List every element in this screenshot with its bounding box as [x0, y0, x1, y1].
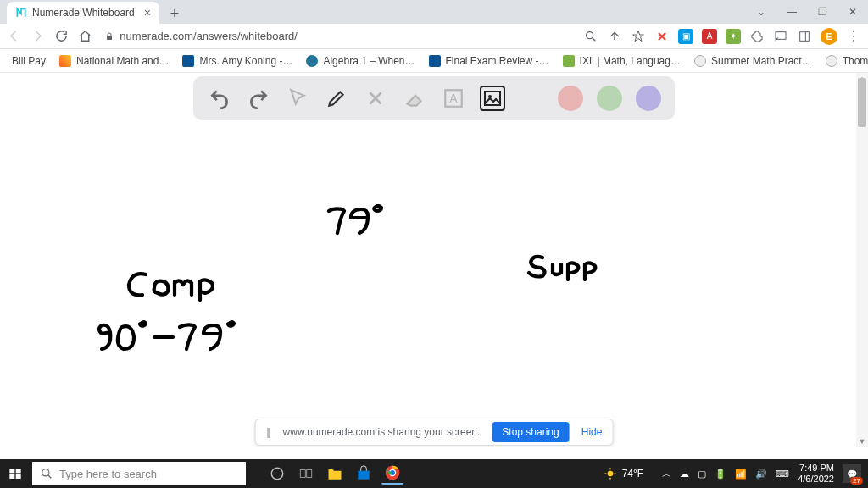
screen-share-bar: ‖ www.numerade.com is sharing your scree… — [255, 419, 614, 446]
window-controls: ⌄ — ❐ ✕ — [746, 0, 868, 24]
volume-icon[interactable]: 🔊 — [755, 469, 767, 480]
extension-icon[interactable]: ▣ — [678, 29, 693, 44]
svg-rect-16 — [307, 470, 312, 478]
svg-rect-11 — [9, 474, 14, 479]
zoom-icon[interactable] — [583, 29, 598, 44]
numerade-favicon-icon — [15, 7, 27, 19]
extension-icon[interactable]: ✦ — [726, 29, 741, 44]
start-button[interactable] — [0, 459, 31, 488]
svg-rect-0 — [107, 36, 112, 40]
taskbar-search[interactable]: Type here to search — [32, 462, 246, 485]
scroll-thumb[interactable] — [858, 78, 866, 127]
menu-icon[interactable]: ⋮ — [846, 29, 861, 44]
svg-rect-17 — [358, 471, 369, 480]
svg-rect-15 — [300, 470, 305, 478]
weather-widget[interactable]: 74°F — [604, 467, 643, 480]
ink-equation — [95, 319, 239, 358]
bookmark-item[interactable]: National Math and… — [59, 55, 169, 67]
bookmark-favicon-icon — [59, 55, 71, 67]
task-view-icon[interactable] — [295, 463, 317, 485]
extension-icon[interactable]: A — [702, 29, 717, 44]
bookmark-item[interactable]: IXL | Math, Languag… — [563, 55, 681, 67]
bookmark-item[interactable]: Bill Pay — [12, 55, 46, 67]
share-text: www.numerade.com is sharing your screen. — [283, 426, 481, 438]
tab-title: Numerade Whiteboard — [32, 7, 135, 19]
caret-down-icon[interactable]: ⌄ — [746, 0, 776, 24]
bookmark-favicon-icon — [563, 55, 575, 67]
maximize-icon[interactable]: ❐ — [807, 0, 837, 24]
notification-badge: 27 — [850, 477, 863, 485]
home-icon[interactable] — [77, 29, 92, 44]
browser-tab[interactable]: Numerade Whiteboard × — [7, 2, 159, 24]
language-icon[interactable]: ⌨ — [776, 469, 789, 480]
ink-label-supp — [524, 252, 609, 281]
battery-icon[interactable]: 🔋 — [715, 469, 726, 480]
sidepanel-icon[interactable] — [797, 29, 812, 44]
svg-rect-3 — [800, 31, 810, 41]
pause-icon: ‖ — [266, 426, 271, 438]
bookmark-favicon-icon — [826, 55, 837, 67]
star-icon[interactable] — [631, 29, 646, 44]
search-placeholder: Type here to search — [59, 468, 157, 480]
bookmark-favicon-icon — [182, 55, 194, 67]
minimize-icon[interactable]: — — [776, 0, 807, 24]
bookmark-favicon-icon — [694, 55, 706, 67]
new-tab-button[interactable]: + — [164, 3, 185, 24]
chrome-icon[interactable] — [381, 463, 403, 485]
svg-point-21 — [607, 471, 613, 477]
extensions-icon[interactable] — [749, 29, 765, 44]
bookmarks-bar: Bill Pay National Math and… Mrs. Amy Kon… — [0, 49, 868, 73]
profile-avatar[interactable]: E — [821, 28, 837, 45]
bookmark-item[interactable]: Final Exam Review -… — [429, 55, 549, 67]
system-tray: 74°F ︿ ☁ ▢ 🔋 📶 🔊 ⌨ 7:49 PM 4/6/2022 💬27 — [604, 463, 868, 484]
url-field[interactable]: numerade.com/answers/whiteboard/ — [104, 30, 575, 42]
vertical-scrollbar[interactable]: ▲ ▼ — [856, 73, 868, 447]
forward-icon[interactable] — [31, 29, 46, 44]
stop-sharing-button[interactable]: Stop sharing — [492, 422, 569, 442]
share-icon[interactable] — [607, 29, 622, 44]
action-center-icon[interactable]: 💬27 — [843, 464, 861, 483]
sun-icon — [604, 467, 617, 480]
cortana-icon[interactable] — [266, 463, 288, 485]
bookmark-favicon-icon — [429, 55, 441, 67]
lock-icon — [104, 31, 114, 42]
store-icon[interactable] — [353, 463, 375, 485]
taskbar-pinned — [266, 463, 403, 485]
svg-rect-9 — [9, 469, 14, 473]
reload-icon[interactable] — [54, 29, 70, 44]
search-icon — [41, 468, 53, 480]
clock[interactable]: 7:49 PM 4/6/2022 — [798, 463, 834, 484]
bookmark-item[interactable]: Thomastik-Infeld C… — [826, 55, 868, 67]
svg-point-13 — [42, 469, 49, 476]
back-icon[interactable] — [7, 29, 22, 44]
hide-share-button[interactable]: Hide — [581, 426, 603, 438]
close-window-icon[interactable]: ✕ — [837, 0, 868, 24]
onedrive-icon[interactable]: ☁ — [680, 469, 689, 480]
tray-chevron-icon[interactable]: ︿ — [662, 468, 671, 480]
taskbar: Type here to search 74°F ︿ ☁ ▢ 🔋 📶 🔊 ⌨ 7… — [0, 459, 868, 488]
svg-point-1 — [587, 31, 593, 38]
bookmark-item[interactable]: Mrs. Amy Koning -… — [182, 55, 292, 67]
scroll-down-icon[interactable]: ▼ — [856, 435, 868, 447]
address-bar: numerade.com/answers/whiteboard/ ▣ A ✦ E… — [0, 24, 868, 49]
windows-icon — [8, 467, 22, 480]
extension-icon[interactable] — [654, 29, 670, 44]
ink-label-comp — [124, 268, 225, 302]
bookmark-item[interactable]: Summer Math Pract… — [694, 55, 812, 67]
url-text: numerade.com/answers/whiteboard/ — [120, 30, 298, 42]
bookmark-item[interactable]: Algebra 1 – When… — [306, 55, 415, 67]
svg-rect-12 — [16, 474, 21, 479]
whiteboard-canvas[interactable] — [0, 73, 856, 447]
meet-now-icon[interactable]: ▢ — [698, 469, 706, 480]
ink-angle-79 — [326, 204, 393, 238]
bookmark-favicon-icon — [306, 55, 318, 67]
cast-icon[interactable] — [773, 29, 788, 44]
page-content: A — [0, 73, 868, 447]
svg-rect-10 — [16, 469, 21, 473]
tab-bar: Numerade Whiteboard × + ⌄ — ❐ ✕ — [0, 0, 868, 24]
svg-point-14 — [271, 468, 283, 480]
close-tab-icon[interactable]: × — [144, 6, 151, 19]
file-explorer-icon[interactable] — [324, 463, 346, 485]
wifi-icon[interactable]: 📶 — [735, 469, 747, 480]
